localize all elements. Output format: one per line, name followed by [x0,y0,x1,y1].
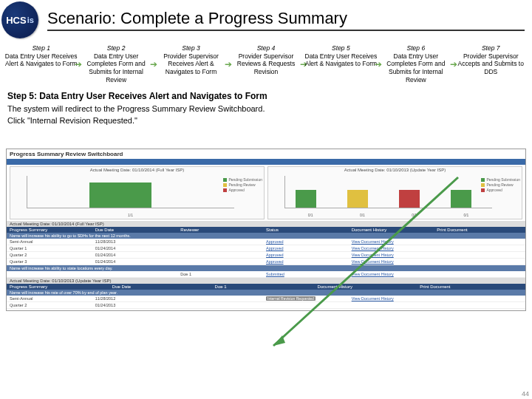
table-row: Quarter 201/24/2013 [7,302,525,309]
chart-row: Actual Meeting Date: 01/10/2014 (Full Ye… [7,165,525,221]
table-row: Quarter 301/24/2013 [7,309,525,311]
step-2: Step 2Data Entry User Completes Form and… [79,44,152,83]
table-row: Quarter 301/24/2014ApprovedView Document… [7,259,525,265]
table-row: Doe 1SubmittedView Document History [7,271,525,278]
table-row: Quarter 201/24/2014ApprovedView Document… [7,252,525,259]
table-row: Semi-Annual11/28/2013ApprovedView Docume… [7,239,525,245]
goal-row: Name will increase his ability to state … [7,265,525,271]
body-text-2: Click "Internal Revision Requested." [0,115,532,126]
gray-band-2: Actual Meeting Date: 01/10/2013 (Update … [7,278,525,284]
internal-revision-requested-link[interactable]: Internal Revision Requested [266,296,316,301]
svg-marker-1 [273,335,285,346]
step-6: Step 6Data Entry User Completes Form and… [379,44,452,83]
chart-1: Actual Meeting Date: 01/10/2014 (Full Ye… [10,166,265,219]
step-4: Step 4Provider Supervisor Reviews & Requ… [229,44,302,83]
switchboard-title: Progress Summary Review Switchboard [7,149,525,159]
ps-header-2: Progress SummaryDue DateDoe 1Document Hi… [7,284,525,290]
page-title: Scenario: Complete a Progress Summary [47,9,525,31]
body-text-1: The system will redirect to the Progress… [0,103,532,115]
table-row: Semi-Annual11/28/2012Internal Revision R… [7,296,525,302]
step-1: Step 1Data Entry User Receives Alert & N… [4,44,78,83]
chart-2: Actual Meeting Date: 01/10/2013 (Update … [267,166,522,219]
step-7: Step 7Provider Supervisor Accepts and Su… [454,44,528,83]
legend: Pending Submission Pending Review Approv… [481,177,520,193]
section-title: Step 5: Data Entry User Receives Alert a… [0,88,532,103]
step-5: Step 5Data Entry User Receives Alert & N… [304,44,378,83]
ps-header: Progress SummaryDue DateReviewerStatusDo… [7,227,525,233]
table-row: Quarter 101/24/2014ApprovedView Document… [7,245,525,252]
blue-band [7,159,525,165]
page-number: 44 [522,390,529,398]
goal-row: Name will increase his ability to go to … [7,233,525,239]
logo: HCSis [1,1,38,38]
step-3: Step 3Provider Supervisor Receives Alert… [154,44,228,83]
embedded-screenshot: Progress Summary Review Switchboard Actu… [6,149,526,311]
goal-row: Name will increase his rate of over 70% … [7,290,525,296]
step-flow: Step 1Data Entry User Receives Alert & N… [0,38,532,88]
header: HCSis Scenario: Complete a Progress Summ… [0,0,532,38]
gray-band-1: Actual Meeting Date: 01/10/2014 (Full Ye… [7,221,525,227]
legend: Pending Submission Pending Review Approv… [223,177,262,193]
